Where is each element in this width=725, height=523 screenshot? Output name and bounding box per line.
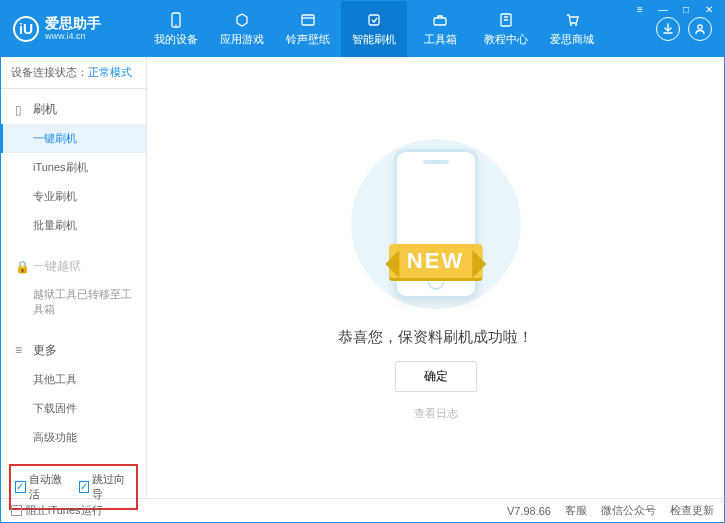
phone-icon (167, 11, 185, 29)
download-button[interactable] (656, 17, 680, 41)
sidebar: 设备连接状态：正常模式 ▯ 刷机 一键刷机iTunes刷机专业刷机批量刷机 🔒 … (1, 57, 147, 498)
nav-label: 智能刷机 (352, 32, 396, 47)
status-value: 正常模式 (88, 66, 132, 78)
nav-label: 应用游戏 (220, 32, 264, 47)
nav-label: 铃声壁纸 (286, 32, 330, 47)
view-log-link[interactable]: 查看日志 (414, 406, 458, 421)
maximize-icon[interactable]: □ (676, 2, 696, 16)
sidebar-header-jailbreak: 🔒 一键越狱 (1, 252, 146, 281)
sidebar-item-flash-0[interactable]: 一键刷机 (1, 124, 146, 153)
nav-label: 我的设备 (154, 32, 198, 47)
logo-icon: iU (13, 16, 39, 42)
nav-label: 爱思商城 (550, 32, 594, 47)
ok-button[interactable]: 确定 (395, 361, 477, 392)
user-button[interactable] (688, 17, 712, 41)
checkbox-auto-activate[interactable]: ✓自动激活 (15, 472, 69, 502)
flash-icon (365, 11, 383, 29)
sidebar-item-more-1[interactable]: 下载固件 (1, 394, 146, 423)
svg-rect-4 (434, 18, 446, 25)
sidebar-item-flash-3[interactable]: 批量刷机 (1, 211, 146, 240)
wechat-link[interactable]: 微信公众号 (601, 503, 656, 518)
version-label: V7.98.66 (507, 505, 551, 517)
svg-point-1 (175, 24, 177, 26)
success-illustration: NEW (346, 134, 526, 314)
support-link[interactable]: 客服 (565, 503, 587, 518)
app-logo: iU 爱思助手 www.i4.cn (13, 16, 143, 42)
sidebar-header-more-label: 更多 (33, 342, 57, 359)
checkbox-auto-activate-label: 自动激活 (29, 472, 69, 502)
app-title: 爱思助手 (45, 16, 101, 31)
nav-phone[interactable]: 我的设备 (143, 1, 209, 57)
music-icon (299, 11, 317, 29)
toolbox-icon (431, 11, 449, 29)
checkbox-skip-guide[interactable]: ✓跳过向导 (79, 472, 133, 502)
cart-icon (563, 11, 581, 29)
svg-point-7 (575, 24, 577, 26)
sidebar-header-jailbreak-label: 一键越狱 (33, 258, 81, 275)
status-label: 设备连接状态： (11, 66, 88, 78)
book-icon (497, 11, 515, 29)
sidebar-header-flash[interactable]: ▯ 刷机 (1, 95, 146, 124)
app-url: www.i4.cn (45, 32, 101, 42)
sidebar-header-more[interactable]: ≡ 更多 (1, 336, 146, 365)
svg-rect-2 (302, 15, 314, 25)
sidebar-header-flash-label: 刷机 (33, 101, 57, 118)
app-header: iU 爱思助手 www.i4.cn 我的设备应用游戏铃声壁纸智能刷机工具箱教程中… (1, 1, 724, 57)
minimize-icon[interactable]: — (653, 2, 673, 16)
nav-book[interactable]: 教程中心 (473, 1, 539, 57)
lock-icon: 🔒 (15, 260, 27, 274)
svg-rect-3 (369, 15, 379, 25)
nav-music[interactable]: 铃声壁纸 (275, 1, 341, 57)
nav-cart[interactable]: 爱思商城 (539, 1, 605, 57)
nav-toolbox[interactable]: 工具箱 (407, 1, 473, 57)
checkbox-block-itunes[interactable] (11, 505, 22, 516)
svg-point-6 (570, 24, 572, 26)
sidebar-item-flash-1[interactable]: iTunes刷机 (1, 153, 146, 182)
check-icon: ✓ (15, 481, 26, 493)
sidebar-item-flash-2[interactable]: 专业刷机 (1, 182, 146, 211)
nav-apps[interactable]: 应用游戏 (209, 1, 275, 57)
apps-icon (233, 11, 251, 29)
connection-status: 设备连接状态：正常模式 (1, 57, 146, 89)
new-ribbon: NEW (389, 244, 482, 278)
nav-flash[interactable]: 智能刷机 (341, 1, 407, 57)
menu-icon[interactable]: ≡ (630, 2, 650, 16)
checkbox-skip-guide-label: 跳过向导 (92, 472, 132, 502)
jailbreak-note: 越狱工具已转移至工具箱 (1, 281, 146, 324)
close-icon[interactable]: ✕ (699, 2, 719, 16)
nav-label: 工具箱 (424, 32, 457, 47)
nav-label: 教程中心 (484, 32, 528, 47)
svg-point-8 (698, 25, 702, 29)
main-nav: 我的设备应用游戏铃声壁纸智能刷机工具箱教程中心爱思商城 (143, 1, 656, 57)
phone-icon: ▯ (15, 103, 27, 117)
sidebar-item-more-2[interactable]: 高级功能 (1, 423, 146, 452)
check-icon: ✓ (79, 481, 90, 493)
check-update-link[interactable]: 检查更新 (670, 503, 714, 518)
more-icon: ≡ (15, 343, 27, 357)
main-content: NEW 恭喜您，保资料刷机成功啦！ 确定 查看日志 (147, 57, 724, 498)
sidebar-item-more-0[interactable]: 其他工具 (1, 365, 146, 394)
success-message: 恭喜您，保资料刷机成功啦！ (338, 328, 533, 347)
block-itunes-label: 阻止iTunes运行 (26, 503, 103, 518)
